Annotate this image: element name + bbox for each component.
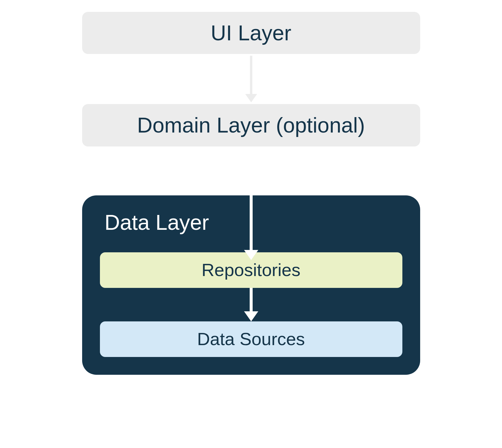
arrow-down-icon (245, 56, 257, 102)
data-sources-box: Data Sources (100, 321, 402, 357)
arrow-down-icon (244, 146, 258, 260)
architecture-diagram: UI Layer Domain Layer (optional) Data La… (82, 12, 420, 375)
ui-layer-label: UI Layer (211, 21, 291, 45)
domain-layer-box: Domain Layer (optional) (82, 104, 420, 146)
arrow-down-icon (244, 288, 258, 321)
data-layer-container: Data Layer Repositories Data Sources (82, 195, 420, 375)
ui-layer-box: UI Layer (82, 12, 420, 54)
repositories-label: Repositories (202, 260, 301, 280)
data-sources-label: Data Sources (197, 329, 305, 349)
domain-layer-label: Domain Layer (optional) (137, 113, 365, 137)
